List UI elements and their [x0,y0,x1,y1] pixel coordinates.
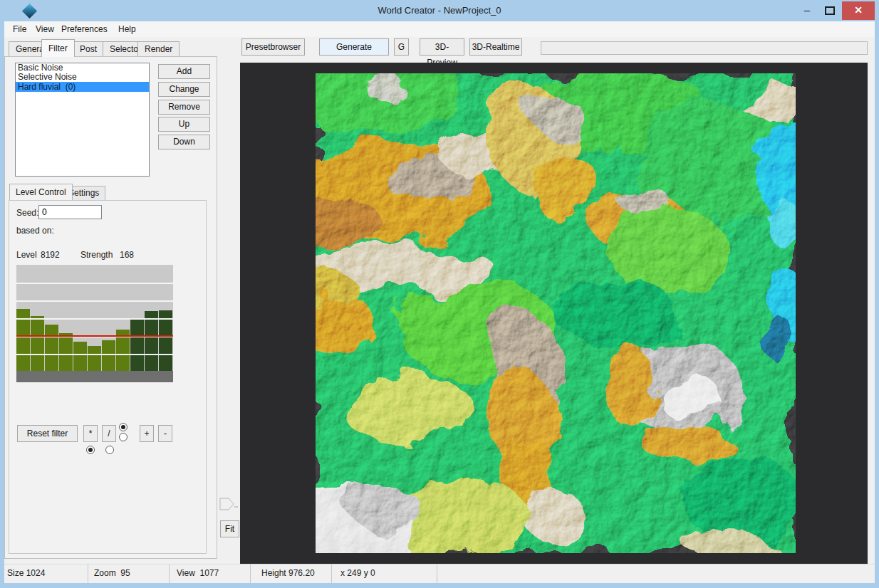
status-separator [331,565,332,584]
strength-label: Strength [80,250,113,260]
add-button[interactable]: Add [158,64,210,79]
down-button[interactable]: Down [158,135,210,149]
menu-file[interactable]: File [10,23,29,36]
fit-button[interactable]: Fit [220,520,239,537]
list-item[interactable]: Selective Noise [16,73,149,82]
status-cursor: x 249 y 0 [340,568,375,578]
filter-list[interactable]: Basic Noise Selective Noise Hard fluvial… [15,63,150,177]
window-border-right [875,21,879,588]
up-button[interactable]: Up [158,117,210,132]
status-separator [169,565,170,584]
statusbar: Size 1024 Zoom 95 View 1077 Height 976.2… [4,564,875,583]
strength-value: 168 [120,250,134,260]
status-separator [88,565,88,584]
app-window: World Creator - NewProject_0 – ✕ File Vi… [0,0,879,588]
seed-input[interactable] [38,205,102,219]
maximize-icon [825,6,835,15]
minimize-button[interactable]: – [796,1,818,20]
status-size: Size 1024 [7,568,45,578]
realtime-3d-button[interactable]: 3D-Realtime [469,38,522,56]
window-border-left [0,21,4,588]
change-button[interactable]: Change [158,82,210,97]
menu-preferences[interactable]: Preferences [58,23,110,36]
tab-level-control[interactable]: Level Control [9,184,73,200]
status-separator [437,565,437,584]
window-title: World Creator - NewProject_0 [0,5,879,16]
tab-filter[interactable]: Filter [41,39,75,57]
window-border-bottom [0,583,879,588]
option-radio-left[interactable] [86,446,95,454]
list-item-selected[interactable]: Hard fluvial (0) [16,82,149,92]
menu-view[interactable]: View [33,23,57,36]
tab-post[interactable]: Post [73,41,104,57]
menubar: File View Preferences Help [4,21,875,37]
progress-bar [541,41,868,55]
seed-label: Seed: [16,208,38,218]
histogram-footer [16,371,173,382]
plus-button[interactable]: + [140,425,154,442]
menu-help[interactable]: Help [115,23,139,36]
tab-render[interactable]: Render [137,41,180,57]
preview-3d-button[interactable]: 3D-Preview [420,38,464,56]
option-radio-right[interactable] [105,446,114,454]
minus-button[interactable]: - [158,425,172,442]
reset-filter-button[interactable]: Reset filter [17,425,78,442]
g-button[interactable]: G [394,38,409,56]
presetbrowser-button[interactable]: Presetbrowser [241,38,305,56]
close-button[interactable]: ✕ [842,1,875,20]
titlebar[interactable]: World Creator - NewProject_0 – ✕ [0,0,879,21]
status-separator [250,565,251,584]
status-height: Height 976.20 [261,568,315,578]
level-histogram-editor[interactable] [16,265,173,382]
map-canvas[interactable] [240,63,868,564]
status-view: View 1077 [177,568,219,578]
histogram-area[interactable] [16,265,173,371]
mode-radio-bottom[interactable] [119,433,128,441]
splitter-collapse-arrow[interactable] [219,497,238,511]
remove-button[interactable]: Remove [158,100,210,115]
multiply-button[interactable]: * [83,425,98,442]
terrain-preview-image[interactable] [316,73,796,553]
level-value: 8192 [41,250,60,260]
generate-button[interactable]: Generate [319,38,389,56]
mode-radio-top[interactable] [119,423,128,431]
based-on-label: based on: [16,226,54,236]
level-label: Level [16,250,37,260]
divide-button[interactable]: / [102,425,116,442]
status-zoom: Zoom 95 [94,568,130,578]
histogram-red-line [16,335,173,337]
